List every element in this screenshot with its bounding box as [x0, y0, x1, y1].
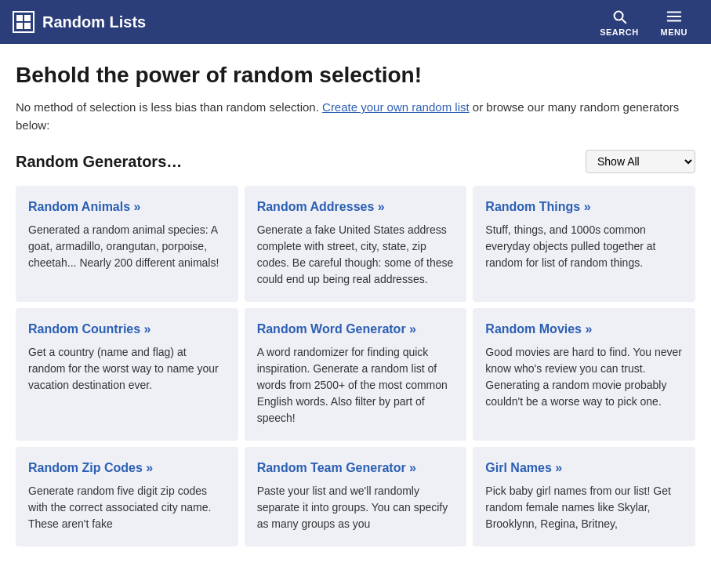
generator-card-4: Random Word Generator »A word randomizer…: [245, 308, 467, 441]
main-content: Behold the power of random selection! No…: [0, 44, 711, 565]
search-button[interactable]: SEARCH: [589, 2, 649, 43]
generator-link-4[interactable]: Random Word Generator »: [257, 322, 455, 336]
menu-button[interactable]: MENU: [650, 2, 698, 43]
site-logo-icon: [13, 11, 34, 33]
generators-grid: Random Animals »Generated a random anima…: [16, 186, 695, 546]
generator-card-8: Girl Names »Pick baby girl names from ou…: [473, 447, 695, 546]
intro-before-link: No method of selection is less bias than…: [16, 100, 322, 114]
generators-header: Random Generators… Show All: [16, 150, 695, 173]
generator-card-1: Random Addresses »Generate a fake United…: [245, 186, 467, 302]
generator-link-0[interactable]: Random Animals »: [28, 200, 226, 214]
generator-link-2[interactable]: Random Things »: [485, 200, 683, 214]
page-title: Behold the power of random selection!: [16, 63, 695, 88]
generator-card-3: Random Countries »Get a country (name an…: [16, 308, 238, 441]
generator-desc-8: Pick baby girl names from our list! Get …: [485, 483, 683, 532]
generator-card-2: Random Things »Stuff, things, and 1000s …: [473, 186, 695, 302]
generator-desc-0: Generated a random animal species: A goa…: [28, 222, 226, 271]
create-own-list-link[interactable]: Create your own random list: [322, 100, 470, 114]
generator-desc-5: Good movies are hard to find. You never …: [485, 344, 683, 410]
generator-card-5: Random Movies »Good movies are hard to f…: [473, 308, 695, 441]
generator-link-1[interactable]: Random Addresses »: [257, 200, 455, 214]
generator-desc-6: Generate random five digit zip codes wit…: [28, 483, 226, 532]
site-title: Random Lists: [42, 13, 146, 31]
menu-icon: [666, 8, 683, 25]
generator-card-0: Random Animals »Generated a random anima…: [16, 186, 238, 302]
header-right: SEARCH MENU: [589, 2, 698, 43]
generator-desc-1: Generate a fake United States address co…: [257, 222, 455, 288]
generator-link-3[interactable]: Random Countries »: [28, 322, 226, 336]
generators-title: Random Generators…: [16, 153, 182, 171]
filter-select[interactable]: Show All: [586, 150, 695, 173]
generator-card-7: Random Team Generator »Paste your list a…: [245, 447, 467, 546]
generator-link-7[interactable]: Random Team Generator »: [257, 461, 455, 475]
search-icon: [611, 8, 628, 25]
generator-card-6: Random Zip Codes »Generate random five d…: [16, 447, 238, 546]
generator-link-6[interactable]: Random Zip Codes »: [28, 461, 226, 475]
intro-text: No method of selection is less bias than…: [16, 99, 695, 134]
site-header: Random Lists SEARCH MENU: [0, 0, 711, 44]
generator-desc-2: Stuff, things, and 1000s common everyday…: [485, 222, 683, 271]
generator-desc-7: Paste your list and we'll randomly separ…: [257, 483, 455, 532]
search-label: SEARCH: [600, 27, 638, 37]
generator-link-8[interactable]: Girl Names »: [485, 461, 683, 475]
menu-label: MENU: [661, 27, 687, 37]
generator-desc-3: Get a country (name and flag) at random …: [28, 344, 226, 394]
generator-desc-4: A word randomizer for finding quick insp…: [257, 344, 455, 426]
header-left: Random Lists: [13, 11, 146, 33]
generator-link-5[interactable]: Random Movies »: [485, 322, 683, 336]
